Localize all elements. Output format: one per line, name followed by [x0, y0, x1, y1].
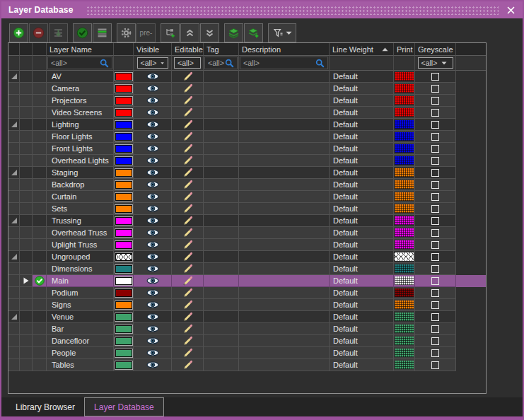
print-cell[interactable]	[394, 107, 415, 119]
editable-cell[interactable]	[172, 347, 204, 359]
print-cell[interactable]	[394, 191, 415, 203]
greyscale-cell[interactable]	[415, 263, 456, 275]
greyscale-cell[interactable]	[415, 299, 456, 311]
layer-list-button[interactable]	[93, 23, 112, 42]
print-cell[interactable]	[394, 251, 415, 263]
print-swatch[interactable]	[395, 144, 414, 153]
layer-name-cell[interactable]: Overhead Truss	[47, 227, 114, 239]
expand-cell[interactable]	[8, 155, 20, 167]
visible-cell[interactable]	[134, 251, 172, 263]
layer-name-cell[interactable]: Trussing	[47, 215, 114, 227]
greyscale-cell[interactable]	[415, 95, 456, 107]
line-weight-cell[interactable]: Default	[330, 179, 394, 191]
print-cell[interactable]	[394, 95, 415, 107]
print-swatch[interactable]	[395, 313, 414, 321]
layer-color-cell[interactable]	[114, 203, 134, 215]
color-swatch[interactable]	[115, 157, 132, 165]
line-weight-cell[interactable]: Default	[330, 311, 394, 323]
expand-cell[interactable]	[8, 95, 20, 107]
print-cell[interactable]	[394, 167, 415, 179]
pencil-icon[interactable]	[182, 144, 193, 154]
description-cell[interactable]	[239, 179, 330, 191]
greyscale-cell[interactable]	[415, 275, 456, 287]
layer-name-cell[interactable]: Bar	[47, 323, 114, 335]
tag-cell[interactable]	[204, 299, 239, 311]
table-row[interactable]: Dimensions Default	[8, 263, 486, 275]
layer-color-cell[interactable]	[114, 263, 134, 275]
layer-name-cell[interactable]: People	[47, 347, 114, 359]
visible-cell[interactable]	[134, 95, 172, 107]
color-swatch[interactable]	[115, 217, 132, 225]
description-cell[interactable]	[239, 167, 330, 179]
color-swatch[interactable]	[115, 229, 132, 237]
eye-icon[interactable]	[146, 313, 159, 320]
header-greyscale[interactable]: Greyscale	[415, 43, 456, 56]
pencil-icon[interactable]	[182, 276, 193, 286]
header-layer-name[interactable]: Layer Name	[47, 43, 114, 56]
print-cell[interactable]	[394, 227, 415, 239]
layer-name-cell[interactable]: Video Screens	[47, 107, 114, 119]
print-swatch[interactable]	[395, 228, 414, 237]
table-row[interactable]: Ungrouped Default	[8, 251, 486, 263]
editable-cell[interactable]	[172, 107, 204, 119]
greyscale-checkbox[interactable]	[431, 145, 439, 153]
layer-color-cell[interactable]	[114, 119, 134, 131]
layer-name-cell[interactable]: Main	[47, 275, 114, 287]
layer-name-cell[interactable]: Tables	[47, 359, 114, 371]
description-cell[interactable]	[239, 239, 330, 251]
description-cell[interactable]	[239, 107, 330, 119]
editable-cell[interactable]	[172, 275, 204, 287]
print-cell[interactable]	[394, 311, 415, 323]
eye-icon[interactable]	[146, 181, 159, 188]
expand-cell[interactable]	[8, 263, 20, 275]
eye-icon[interactable]	[146, 325, 159, 332]
greyscale-checkbox[interactable]	[431, 241, 439, 249]
editable-cell[interactable]	[172, 131, 204, 143]
greyscale-cell[interactable]	[415, 83, 456, 95]
line-weight-cell[interactable]: Default	[330, 107, 394, 119]
visible-cell[interactable]	[134, 335, 172, 347]
editable-filter-dropdown[interactable]: <all>	[174, 57, 201, 69]
header-print[interactable]: Print	[394, 43, 415, 56]
layer-color-cell[interactable]	[114, 83, 134, 95]
print-cell[interactable]	[394, 131, 415, 143]
greyscale-checkbox[interactable]	[431, 97, 439, 105]
print-swatch[interactable]	[395, 325, 414, 333]
editable-cell[interactable]	[172, 167, 204, 179]
layer-name-cell[interactable]: Sets	[47, 203, 114, 215]
visible-cell[interactable]	[134, 131, 172, 143]
tag-cell[interactable]	[204, 323, 239, 335]
color-swatch[interactable]	[115, 253, 132, 261]
print-swatch[interactable]	[395, 349, 414, 357]
tag-cell[interactable]	[204, 311, 239, 323]
editable-cell[interactable]	[172, 71, 204, 83]
greyscale-checkbox[interactable]	[431, 253, 439, 261]
visible-cell[interactable]	[134, 239, 172, 251]
line-weight-cell[interactable]: Default	[330, 299, 394, 311]
description-cell[interactable]	[239, 119, 330, 131]
pencil-icon[interactable]	[182, 107, 193, 118]
description-cell[interactable]	[239, 155, 330, 167]
greyscale-cell[interactable]	[415, 287, 456, 299]
header-tag[interactable]: Tag	[204, 43, 239, 56]
eye-icon[interactable]	[146, 277, 159, 284]
header-visible[interactable]: Visible	[134, 43, 172, 56]
greyscale-cell[interactable]	[415, 227, 456, 239]
line-weight-cell[interactable]: Default	[330, 227, 394, 239]
eye-icon[interactable]	[146, 229, 159, 236]
print-cell[interactable]	[394, 359, 415, 371]
greyscale-checkbox[interactable]	[431, 277, 439, 285]
editable-cell[interactable]	[172, 179, 204, 191]
eye-icon[interactable]	[146, 337, 159, 344]
line-weight-cell[interactable]: Default	[330, 359, 394, 371]
table-row[interactable]: Projectors Default	[8, 95, 486, 107]
table-row[interactable]: Overhead Lights Default	[8, 155, 486, 167]
pencil-icon[interactable]	[182, 71, 193, 82]
tag-cell[interactable]	[204, 251, 239, 263]
tag-cell[interactable]	[204, 95, 239, 107]
layer-color-cell[interactable]	[114, 227, 134, 239]
print-cell[interactable]	[394, 143, 415, 155]
greyscale-cell[interactable]	[415, 71, 456, 83]
table-row[interactable]: Main Default	[8, 275, 486, 287]
add-layer-group-button[interactable]	[161, 23, 180, 42]
